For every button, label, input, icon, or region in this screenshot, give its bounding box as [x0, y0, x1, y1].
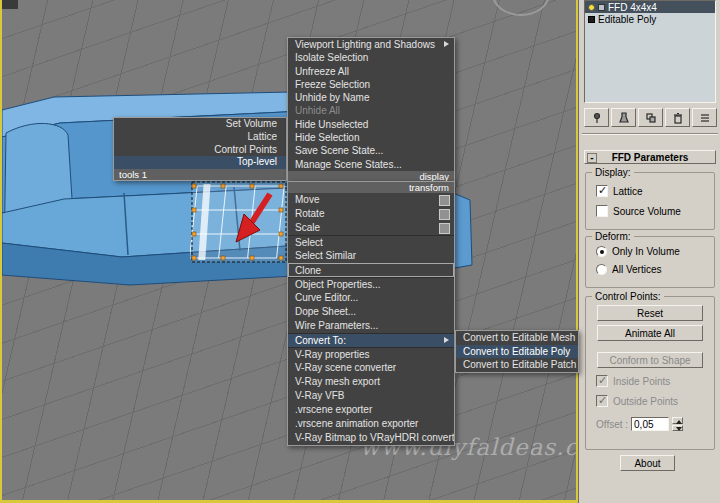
- offset-label: Offset :: [596, 419, 628, 430]
- display-group: Display: Lattice Source Volume: [585, 172, 715, 230]
- menu-item[interactable]: Move: [288, 193, 454, 207]
- modifier-icon: [598, 4, 605, 11]
- viewport-corner: [2, 0, 18, 9]
- menu-item[interactable]: Select: [288, 235, 454, 249]
- make-unique-button[interactable]: [638, 108, 663, 127]
- menu-item[interactable]: Set Volume: [114, 118, 286, 131]
- menu-item[interactable]: Save Scene State...: [288, 144, 454, 157]
- menu-item[interactable]: Top-level: [114, 156, 286, 169]
- radio-label: Only In Volume: [612, 246, 680, 257]
- offset-spinner[interactable]: [672, 417, 683, 431]
- menu-item[interactable]: Manage Scene States...: [288, 158, 454, 171]
- offset-input[interactable]: 0,05: [631, 417, 669, 431]
- convert-to-submenu: Convert to Editable MeshConvert to Edita…: [455, 330, 579, 373]
- collapse-icon[interactable]: -: [587, 153, 597, 163]
- ffd-lattice-gizmo[interactable]: [190, 178, 294, 270]
- pin-stack-button[interactable]: [584, 108, 609, 127]
- modifier-stack-row[interactable]: Editable Poly: [585, 13, 715, 25]
- menu-item[interactable]: V-Ray mesh export: [288, 375, 454, 389]
- menu-item[interactable]: V-Ray VFB: [288, 389, 454, 403]
- rollout-title: FFD Parameters: [612, 152, 689, 163]
- checkbox-box-icon: [596, 395, 608, 407]
- menu-item[interactable]: Control Points: [114, 144, 286, 157]
- command-panel: FFD 4x4x4 Editable Poly - FFD Pa: [578, 0, 720, 503]
- quad-title-tools: tools 1: [114, 169, 286, 180]
- checkbox-label: Source Volume: [613, 206, 681, 217]
- panel-separator: [582, 133, 718, 135]
- menu-item[interactable]: Freeze Selection: [288, 78, 454, 91]
- show-end-result-button[interactable]: [611, 108, 636, 127]
- menu-item[interactable]: Dope Sheet...: [288, 305, 454, 319]
- conform-to-shape-button[interactable]: Conform to Shape: [597, 352, 703, 368]
- quad-title-transform: transform: [288, 182, 454, 193]
- menu-item[interactable]: Viewport Lighting and Shadows: [288, 38, 454, 51]
- ffd-parameters-rollout[interactable]: - FFD Parameters: [584, 150, 716, 164]
- menu-item[interactable]: Unhide by Name: [288, 91, 454, 104]
- menu-item[interactable]: Wire Parameters...: [288, 319, 454, 333]
- source-volume-checkbox[interactable]: Source Volume: [596, 205, 681, 217]
- checkbox-label: Lattice: [613, 186, 642, 197]
- group-label: Control Points:: [592, 291, 664, 302]
- submenu-item[interactable]: Convert to Editable Patch: [456, 358, 578, 372]
- deform-group: Deform: Only In Volume All Vertices: [585, 236, 715, 288]
- outside-points-checkbox[interactable]: Outside Points: [596, 395, 678, 407]
- modifier-stack[interactable]: FFD 4x4x4 Editable Poly: [584, 0, 716, 103]
- checkbox-box-icon: [596, 205, 608, 217]
- modifier-stack-row[interactable]: FFD 4x4x4: [585, 1, 715, 13]
- menu-item[interactable]: Convert To:: [288, 333, 454, 347]
- menu-item[interactable]: Curve Editor...: [288, 291, 454, 305]
- configure-modifier-sets-button[interactable]: [692, 108, 717, 127]
- radio-icon: [596, 264, 607, 275]
- menu-item[interactable]: Scale: [288, 221, 454, 235]
- checkbox-label: Outside Points: [613, 396, 678, 407]
- remove-modifier-button[interactable]: [665, 108, 690, 127]
- menu-item[interactable]: Rotate: [288, 207, 454, 221]
- menu-item[interactable]: Hide Unselected: [288, 118, 454, 131]
- menu-item[interactable]: V-Ray Bitmap to VRayHDRI converter: [288, 431, 454, 445]
- checkbox-label: Inside Points: [613, 376, 670, 387]
- spin-down-icon[interactable]: [672, 425, 683, 432]
- reset-button[interactable]: Reset: [597, 305, 703, 321]
- menu-item[interactable]: Hide Selection: [288, 131, 454, 144]
- radio-icon: [596, 246, 607, 257]
- spin-up-icon[interactable]: [672, 417, 683, 424]
- menu-item[interactable]: Lattice: [114, 131, 286, 144]
- animate-all-button[interactable]: Animate All: [597, 325, 703, 341]
- checkbox-box-icon: [596, 185, 608, 197]
- rotate-gizmo-arc: [492, 0, 550, 16]
- checkbox-box-icon: [596, 375, 608, 387]
- menu-item[interactable]: Clone: [288, 263, 454, 277]
- menu-item[interactable]: Select Similar: [288, 249, 454, 263]
- inside-points-checkbox[interactable]: Inside Points: [596, 375, 670, 387]
- quad-menu-transform: transform MoveRotateScaleSelectSelect Si…: [287, 181, 455, 446]
- modifier-label: Editable Poly: [598, 14, 656, 25]
- submenu-item[interactable]: Convert to Editable Mesh: [456, 331, 578, 345]
- stack-toolbar: [584, 108, 717, 127]
- menu-item[interactable]: Object Properties...: [288, 277, 454, 291]
- quad-menu-tools: Set VolumeLatticeControl PointsTop-level…: [113, 117, 287, 181]
- bulb-icon: [588, 4, 595, 11]
- about-button[interactable]: About: [620, 455, 675, 471]
- modifier-label: FFD 4x4x4: [608, 2, 657, 13]
- group-label: Display:: [592, 167, 634, 178]
- control-points-group: Control Points: Reset Animate All Confor…: [585, 296, 715, 450]
- only-in-volume-radio[interactable]: Only In Volume: [596, 246, 680, 257]
- offset-row: Offset : 0,05: [596, 417, 683, 431]
- radio-label: All Vertices: [612, 264, 661, 275]
- submenu-item[interactable]: Convert to Editable Poly: [456, 345, 578, 359]
- quad-menu-display: Viewport Lighting and ShadowsIsolate Sel…: [287, 37, 455, 183]
- modifier-icon: [588, 16, 595, 23]
- menu-item[interactable]: V-Ray properties: [288, 347, 454, 361]
- menu-item[interactable]: .vrscene exporter: [288, 403, 454, 417]
- menu-item[interactable]: Unhide All: [288, 104, 454, 117]
- menu-item[interactable]: Unfreeze All: [288, 65, 454, 78]
- lattice-checkbox[interactable]: Lattice: [596, 185, 642, 197]
- menu-item[interactable]: V-Ray scene converter: [288, 361, 454, 375]
- all-vertices-radio[interactable]: All Vertices: [596, 264, 661, 275]
- menu-item[interactable]: Isolate Selection: [288, 51, 454, 64]
- menu-item[interactable]: .vrscene animation exporter: [288, 417, 454, 431]
- group-label: Deform:: [592, 231, 634, 242]
